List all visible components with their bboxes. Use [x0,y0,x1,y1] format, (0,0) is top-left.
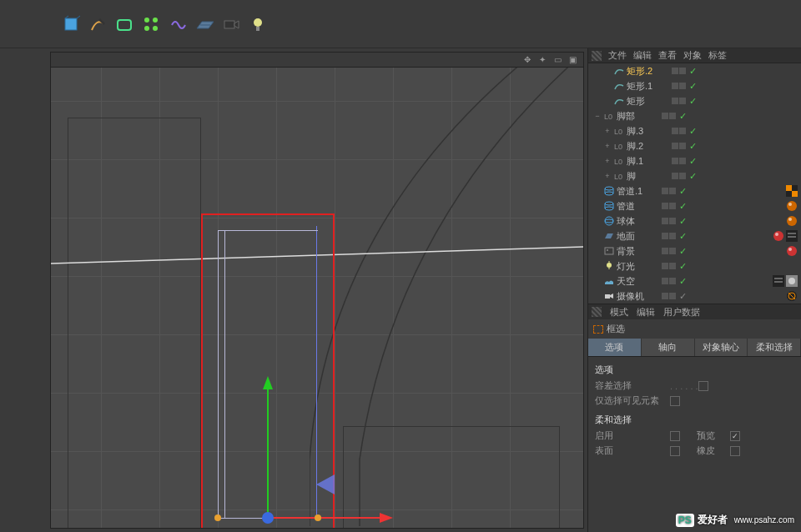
axis-gizmo[interactable] [259,368,393,528]
tool-cube[interactable] [58,12,83,37]
object-row[interactable]: 矩形.1 ✓ [588,78,801,93]
vh-move-icon[interactable]: ✥ [521,54,533,66]
object-tag[interactable] [786,245,798,257]
enable-check-icon[interactable]: ✓ [689,141,697,152]
tool-nurbs[interactable] [112,12,137,37]
visible-checkbox[interactable] [670,396,680,406]
object-row[interactable]: + L0 脚.2 ✓ [588,138,801,153]
visibility-dots[interactable] [662,203,676,209]
rubber-checkbox[interactable] [730,446,740,456]
vh-cross-icon[interactable]: ✦ [537,54,548,66]
object-tag[interactable] [786,290,798,302]
object-row[interactable]: 矩形.2 ✓ [588,63,801,78]
tolerance-checkbox[interactable] [698,381,708,391]
visibility-dots[interactable] [662,218,676,224]
enable-check-icon[interactable]: ✓ [689,171,697,182]
surface-checkbox[interactable] [670,446,680,456]
attr-tab[interactable]: 对象轴心 [695,339,748,356]
visibility-dots[interactable] [662,248,676,254]
visibility-dots[interactable] [662,188,676,194]
tool-camera[interactable] [219,12,244,37]
object-row[interactable]: 摄像机 ✓ [588,289,801,304]
obj-menu-object[interactable]: 对象 [683,49,702,62]
visibility-dots[interactable] [672,98,686,104]
visibility-dots[interactable] [672,173,686,179]
obj-menu-edit[interactable]: 编辑 [633,49,652,62]
object-row[interactable]: 管道.1 ✓ [588,183,801,198]
viewport[interactable] [51,68,583,528]
object-tag[interactable] [786,215,798,227]
vh-rect-icon[interactable]: ▭ [552,54,563,66]
visibility-dots[interactable] [662,293,676,299]
object-row[interactable]: + L0 脚 ✓ [588,168,801,183]
visibility-dots[interactable] [672,143,686,149]
attr-menu-edit[interactable]: 编辑 [637,306,655,319]
enable-check-icon[interactable]: ✓ [679,111,687,122]
expand-toggle[interactable]: + [603,142,612,150]
object-type-icon [613,80,625,92]
enable-check-icon[interactable]: ✓ [689,126,697,137]
enable-check-icon[interactable]: ✓ [679,216,687,227]
svg-rect-47 [788,236,796,238]
enable-check-icon[interactable]: ✓ [679,276,687,287]
object-row[interactable]: 背景 ✓ [588,243,801,258]
enable-check-icon[interactable]: ✓ [689,96,697,107]
object-tag[interactable] [786,200,798,212]
enable-check-icon[interactable]: ✓ [679,201,687,212]
object-row[interactable]: 灯光 ✓ [588,258,801,274]
enable-check-icon[interactable]: ✓ [689,156,697,167]
expand-toggle[interactable]: + [603,157,612,165]
object-row[interactable]: + L0 脚.3 ✓ [588,123,801,138]
enable-checkbox[interactable] [670,431,680,441]
object-tag[interactable] [786,185,798,197]
visibility-dots[interactable] [662,113,676,119]
preview-checkbox[interactable]: ✓ [730,431,740,441]
object-type-icon: L0 [613,155,625,167]
expand-toggle[interactable]: − [593,112,602,120]
obj-menu-view[interactable]: 查看 [658,49,677,62]
attr-tab[interactable]: 选项 [588,339,642,356]
vh-max-icon[interactable]: ▣ [567,54,578,66]
object-row[interactable]: 地面 ✓ [588,228,801,243]
visibility-dots[interactable] [672,158,686,164]
visibility-dots[interactable] [672,68,686,74]
obj-menu-tags[interactable]: 标签 [708,49,727,62]
object-list[interactable]: 矩形.2 ✓ 矩形.1 ✓ 矩形 ✓ − L0 脚部 ✓ + L0 脚.3 ✓ … [588,63,801,304]
visibility-dots[interactable] [662,263,676,269]
object-tag[interactable] [786,275,798,287]
tool-array[interactable] [139,12,164,37]
object-row[interactable]: 矩形 ✓ [588,93,801,108]
attr-tab[interactable]: 轴向 [642,339,695,356]
enable-check-icon[interactable]: ✓ [679,186,687,197]
svg-point-6 [144,26,149,31]
object-tag[interactable] [773,230,784,242]
object-tag[interactable] [773,275,784,287]
enable-check-icon[interactable]: ✓ [679,291,687,302]
attr-menu-user[interactable]: 用户数据 [663,306,700,319]
tool-light[interactable] [245,12,270,37]
attr-tab[interactable]: 柔和选择 [748,339,801,356]
object-row[interactable]: 管道 ✓ [588,198,801,213]
object-row[interactable]: 球体 ✓ [588,213,801,228]
obj-menu-file[interactable]: 文件 [608,49,627,62]
expand-toggle[interactable]: + [603,127,612,135]
visibility-dots[interactable] [662,233,676,239]
enable-check-icon[interactable]: ✓ [679,246,687,257]
svg-marker-14 [263,376,273,389]
object-tag[interactable] [786,230,798,242]
visibility-dots[interactable] [672,128,686,134]
enable-check-icon[interactable]: ✓ [689,66,697,77]
visibility-dots[interactable] [672,83,686,89]
enable-check-icon[interactable]: ✓ [689,81,697,92]
object-row[interactable]: 天空 ✓ [588,274,801,289]
enable-check-icon[interactable]: ✓ [679,261,687,272]
visibility-dots[interactable] [662,278,676,284]
tool-floor[interactable] [192,12,217,37]
tool-deformer[interactable] [165,12,190,37]
enable-check-icon[interactable]: ✓ [679,231,687,242]
tool-pen[interactable] [85,12,110,37]
expand-toggle[interactable]: + [603,172,612,180]
object-row[interactable]: + L0 脚.1 ✓ [588,153,801,168]
object-row[interactable]: − L0 脚部 ✓ [588,108,801,123]
attr-menu-mode[interactable]: 模式 [610,306,628,319]
